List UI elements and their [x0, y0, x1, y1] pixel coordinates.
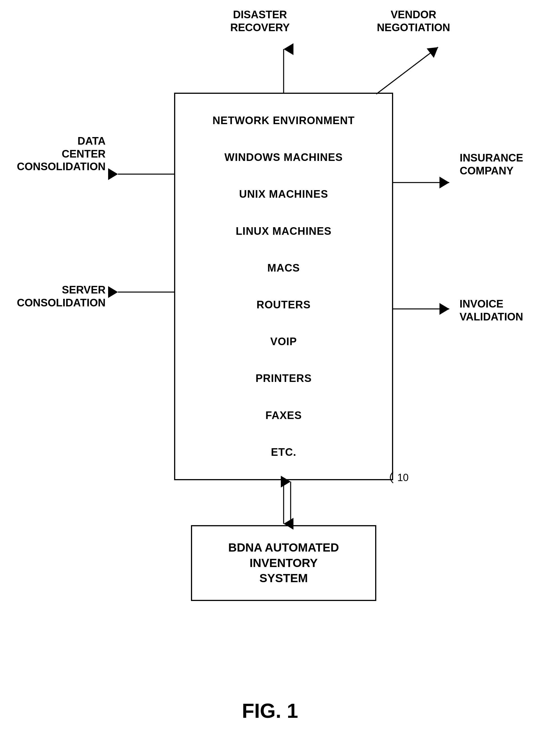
insurance-company-label: INSURANCE COMPANY — [460, 152, 523, 177]
item-faxes: FAXES — [265, 410, 302, 422]
item-macs: MACS — [267, 262, 300, 274]
server-consolidation-label: SERVER CONSOLIDATION — [17, 284, 106, 309]
item-linux-machines: LINUX MACHINES — [236, 225, 332, 237]
reference-number: 10 — [397, 472, 409, 484]
invoice-validation-label: INVOICE VALIDATION — [460, 298, 523, 323]
item-printers: PRINTERS — [256, 372, 312, 384]
item-routers: ROUTERS — [257, 299, 311, 311]
item-unix-machines: UNIX MACHINES — [239, 188, 328, 200]
svg-line-5 — [376, 47, 438, 94]
diagram: DISASTER RECOVERY VENDOR NEGOTIATION NET… — [0, 0, 540, 756]
main-network-box: NETWORK ENVIRONMENT WINDOWS MACHINES UNI… — [174, 93, 393, 480]
item-windows-machines: WINDOWS MACHINES — [224, 151, 342, 164]
disaster-recovery-label: DISASTER RECOVERY — [230, 8, 290, 34]
data-center-consolidation-label: DATA CENTER CONSOLIDATION — [17, 135, 106, 173]
bdna-box: BDNA AUTOMATED INVENTORY SYSTEM — [191, 525, 376, 601]
figure-label: FIG. 1 — [242, 699, 298, 722]
item-voip: VOIP — [270, 335, 297, 348]
item-etc: ETC. — [271, 446, 297, 458]
item-network-environment: NETWORK ENVIRONMENT — [212, 115, 355, 127]
bdna-text: BDNA AUTOMATED INVENTORY SYSTEM — [228, 540, 339, 586]
vendor-negotiation-label: VENDOR NEGOTIATION — [377, 8, 450, 34]
